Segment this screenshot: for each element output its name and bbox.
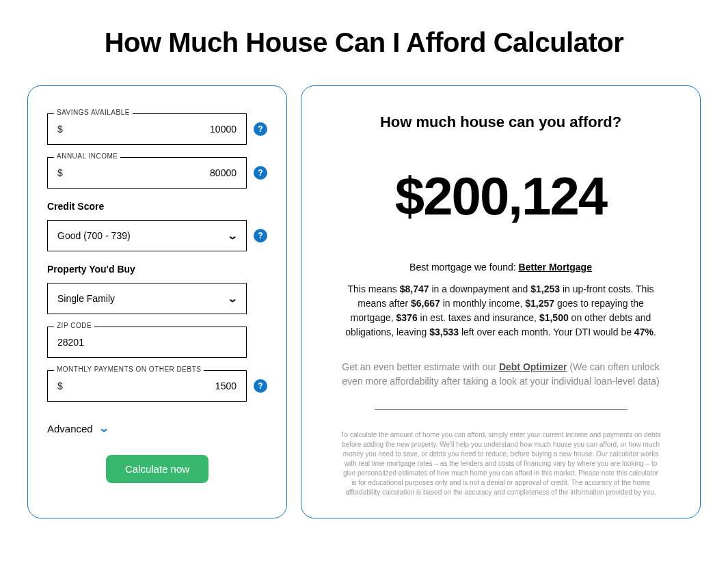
currency-prefix: $	[57, 380, 63, 391]
leftover-value: $3,533	[429, 327, 459, 337]
currency-prefix: $	[57, 124, 63, 135]
currency-prefix: $	[57, 167, 63, 178]
help-icon[interactable]: ?	[254, 122, 267, 136]
zip-label: ZIP CODE	[54, 322, 94, 329]
fine-print: To calculate the amount of home you can …	[340, 430, 662, 497]
dti-value: 47%	[634, 327, 653, 337]
income-label: ANNUAL INCOME	[54, 152, 120, 160]
property-label: Property You'd Buy	[47, 264, 267, 275]
advanced-toggle[interactable]: Advanced ⌄	[47, 422, 267, 434]
page-title: How Much House Can I Afford Calculator	[27, 27, 701, 58]
best-mortgage-line: Best mortgage we found: Better Mortgage	[329, 262, 673, 273]
advanced-label: Advanced	[47, 423, 93, 434]
savings-input[interactable]	[63, 124, 237, 135]
upfront-value: $1,253	[530, 283, 560, 294]
debts-input[interactable]	[63, 380, 237, 391]
credit-score-label: Credit Score	[47, 201, 267, 212]
debt-optimizer-link[interactable]: Debt Optimizer	[499, 361, 567, 372]
result-panel: How much house can you afford? $200,124 …	[301, 85, 701, 518]
savings-label: SAVINGS AVAILABLE	[54, 109, 133, 116]
affordable-amount: $200,124	[329, 165, 673, 227]
chevron-down-icon: ⌄	[227, 293, 239, 304]
savings-input-box[interactable]: $	[47, 113, 247, 145]
mortgage-payment-value: $1,257	[525, 298, 554, 309]
property-select[interactable]: Single Family ⌄	[47, 283, 247, 314]
monthly-income-value: $6,667	[411, 298, 440, 309]
help-icon[interactable]: ?	[254, 379, 267, 393]
chevron-down-icon: ⌄	[227, 230, 239, 241]
calculate-button[interactable]: Calculate now	[106, 455, 208, 483]
other-debts-value: $1,500	[539, 312, 569, 323]
zip-input[interactable]	[57, 337, 237, 348]
downpayment-value: $8,747	[400, 283, 429, 294]
best-mortgage-link[interactable]: Better Mortgage	[519, 262, 592, 273]
zip-input-box[interactable]	[47, 327, 247, 358]
income-input-box[interactable]: $	[47, 157, 247, 189]
form-panel: SAVINGS AVAILABLE $ ? ANNUAL INCOME $ ? …	[27, 85, 287, 518]
debts-input-box[interactable]: $	[47, 370, 247, 402]
credit-score-select[interactable]: Good (700 - 739) ⌄	[47, 220, 247, 251]
breakdown-text: This means $8,747 in a downpayment and $…	[344, 282, 658, 340]
help-icon[interactable]: ?	[254, 229, 267, 242]
chevron-down-icon: ⌄	[98, 422, 110, 434]
property-value: Single Family	[57, 293, 115, 304]
credit-score-value: Good (700 - 739)	[57, 230, 131, 241]
result-heading: How much house can you afford?	[329, 113, 673, 131]
taxes-ins-value: $376	[396, 312, 418, 323]
debt-optimizer-line: Get an even better estimate with our Deb…	[340, 360, 662, 389]
debts-label: MONTHLY PAYMENTS ON OTHER DEBTS	[54, 365, 204, 373]
income-input[interactable]	[63, 167, 237, 178]
divider	[375, 409, 628, 410]
help-icon[interactable]: ?	[254, 166, 267, 180]
